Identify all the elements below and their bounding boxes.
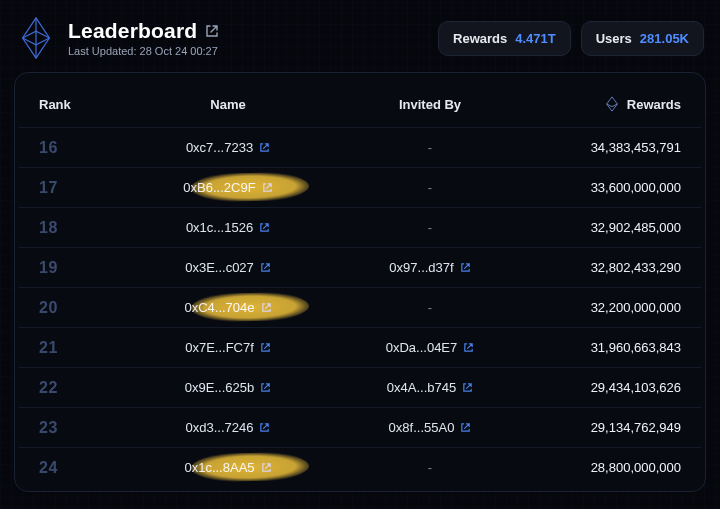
rank-cell: 19 bbox=[39, 259, 127, 277]
address-link[interactable]: 0x4A...b745 bbox=[387, 380, 456, 395]
external-link-icon[interactable] bbox=[262, 182, 273, 193]
users-pill: Users 281.05K bbox=[581, 21, 704, 56]
external-link-icon[interactable] bbox=[259, 222, 270, 233]
address-link[interactable]: 0xDa...04E7 bbox=[386, 340, 458, 355]
external-link-icon[interactable] bbox=[462, 382, 473, 393]
col-rewards: Rewards bbox=[531, 96, 681, 112]
name-cell[interactable]: 0x1c...1526 bbox=[127, 220, 329, 235]
address-link[interactable]: 0x1c...1526 bbox=[186, 220, 253, 235]
table-row[interactable]: 190x3E...c0270x97...d37f32,802,433,290 bbox=[19, 247, 701, 287]
rewards-pill: Rewards 4.471T bbox=[438, 21, 571, 56]
title-row: Leaderboard bbox=[68, 19, 219, 43]
name-cell[interactable]: 0xB6...2C9F bbox=[127, 180, 329, 195]
empty-value: - bbox=[428, 220, 432, 235]
address-link[interactable]: 0x7E...FC7f bbox=[185, 340, 254, 355]
external-link-icon[interactable] bbox=[259, 142, 270, 153]
address-link[interactable]: 0x1c...8AA5 bbox=[184, 460, 254, 475]
rewards-cell: 28,800,000,000 bbox=[531, 460, 681, 475]
rewards-cell: 29,134,762,949 bbox=[531, 420, 681, 435]
invited-by-cell[interactable]: 0xDa...04E7 bbox=[329, 340, 531, 355]
rank-cell: 21 bbox=[39, 339, 127, 357]
name-cell[interactable]: 0x7E...FC7f bbox=[127, 340, 329, 355]
invited-by-cell: - bbox=[329, 140, 531, 155]
table-row[interactable]: 170xB6...2C9F-33,600,000,000 bbox=[19, 167, 701, 207]
external-link-icon[interactable] bbox=[261, 462, 272, 473]
rank-cell: 16 bbox=[39, 139, 127, 157]
users-label: Users bbox=[596, 31, 632, 46]
table-row[interactable]: 210x7E...FC7f0xDa...04E731,960,663,843 bbox=[19, 327, 701, 367]
col-rank: Rank bbox=[39, 97, 127, 112]
address-link[interactable]: 0xC4...704e bbox=[184, 300, 254, 315]
table-body: 160xc7...7233-34,383,453,791170xB6...2C9… bbox=[19, 127, 701, 487]
external-link-icon[interactable] bbox=[261, 302, 272, 313]
users-value: 281.05K bbox=[640, 31, 689, 46]
last-updated: Last Updated: 28 Oct 24 00:27 bbox=[68, 45, 219, 57]
rewards-cell: 32,802,433,290 bbox=[531, 260, 681, 275]
invited-by-cell[interactable]: 0x97...d37f bbox=[329, 260, 531, 275]
rank-cell: 22 bbox=[39, 379, 127, 397]
external-link-icon[interactable] bbox=[259, 422, 270, 433]
page-title: Leaderboard bbox=[68, 19, 197, 43]
table-row[interactable]: 240x1c...8AA5-28,800,000,000 bbox=[19, 447, 701, 487]
invited-by-cell: - bbox=[329, 460, 531, 475]
table-row[interactable]: 220x9E...625b0x4A...b74529,434,103,626 bbox=[19, 367, 701, 407]
address-link[interactable]: 0x8f...55A0 bbox=[389, 420, 455, 435]
col-rewards-label: Rewards bbox=[627, 97, 681, 112]
rewards-value: 4.471T bbox=[515, 31, 555, 46]
header: Leaderboard Last Updated: 28 Oct 24 00:2… bbox=[14, 12, 706, 72]
invited-by-cell[interactable]: 0x8f...55A0 bbox=[329, 420, 531, 435]
name-cell[interactable]: 0x3E...c027 bbox=[127, 260, 329, 275]
invited-by-cell[interactable]: 0x4A...b745 bbox=[329, 380, 531, 395]
external-link-icon[interactable] bbox=[260, 262, 271, 273]
invited-by-cell: - bbox=[329, 220, 531, 235]
rewards-cell: 32,902,485,000 bbox=[531, 220, 681, 235]
name-cell[interactable]: 0x1c...8AA5 bbox=[127, 460, 329, 475]
empty-value: - bbox=[428, 180, 432, 195]
col-invited-by: Invited By bbox=[329, 97, 531, 112]
empty-value: - bbox=[428, 140, 432, 155]
invited-by-cell: - bbox=[329, 300, 531, 315]
name-cell[interactable]: 0xC4...704e bbox=[127, 300, 329, 315]
external-link-icon[interactable] bbox=[463, 342, 474, 353]
invited-by-cell: - bbox=[329, 180, 531, 195]
rewards-cell: 33,600,000,000 bbox=[531, 180, 681, 195]
table-row[interactable]: 160xc7...7233-34,383,453,791 bbox=[19, 127, 701, 167]
rank-cell: 18 bbox=[39, 219, 127, 237]
table-row[interactable]: 230xd3...72460x8f...55A029,134,762,949 bbox=[19, 407, 701, 447]
address-link[interactable]: 0x9E...625b bbox=[185, 380, 254, 395]
external-link-icon[interactable] bbox=[460, 262, 471, 273]
address-link[interactable]: 0x3E...c027 bbox=[185, 260, 254, 275]
leaderboard-panel: Rank Name Invited By Rewards 160xc7...72… bbox=[14, 72, 706, 492]
header-left: Leaderboard Last Updated: 28 Oct 24 00:2… bbox=[16, 16, 219, 60]
table-row[interactable]: 180x1c...1526-32,902,485,000 bbox=[19, 207, 701, 247]
address-link[interactable]: 0xd3...7246 bbox=[186, 420, 254, 435]
empty-value: - bbox=[428, 460, 432, 475]
eth-mini-icon bbox=[605, 96, 619, 112]
external-link-icon[interactable] bbox=[260, 342, 271, 353]
name-cell[interactable]: 0x9E...625b bbox=[127, 380, 329, 395]
address-link[interactable]: 0xc7...7233 bbox=[186, 140, 253, 155]
eth-logo-icon bbox=[16, 16, 56, 60]
rank-cell: 24 bbox=[39, 459, 127, 477]
col-name: Name bbox=[127, 97, 329, 112]
name-cell[interactable]: 0xd3...7246 bbox=[127, 420, 329, 435]
rank-cell: 23 bbox=[39, 419, 127, 437]
external-link-icon[interactable] bbox=[460, 422, 471, 433]
rewards-cell: 31,960,663,843 bbox=[531, 340, 681, 355]
rewards-label: Rewards bbox=[453, 31, 507, 46]
header-right: Rewards 4.471T Users 281.05K bbox=[438, 21, 704, 56]
rewards-cell: 32,200,000,000 bbox=[531, 300, 681, 315]
external-link-icon[interactable] bbox=[205, 24, 219, 38]
address-link[interactable]: 0x97...d37f bbox=[389, 260, 453, 275]
address-link[interactable]: 0xB6...2C9F bbox=[183, 180, 255, 195]
external-link-icon[interactable] bbox=[260, 382, 271, 393]
table-header: Rank Name Invited By Rewards bbox=[19, 81, 701, 127]
rewards-cell: 29,434,103,626 bbox=[531, 380, 681, 395]
name-cell[interactable]: 0xc7...7233 bbox=[127, 140, 329, 155]
rank-cell: 17 bbox=[39, 179, 127, 197]
empty-value: - bbox=[428, 300, 432, 315]
table-row[interactable]: 200xC4...704e-32,200,000,000 bbox=[19, 287, 701, 327]
rank-cell: 20 bbox=[39, 299, 127, 317]
rewards-cell: 34,383,453,791 bbox=[531, 140, 681, 155]
